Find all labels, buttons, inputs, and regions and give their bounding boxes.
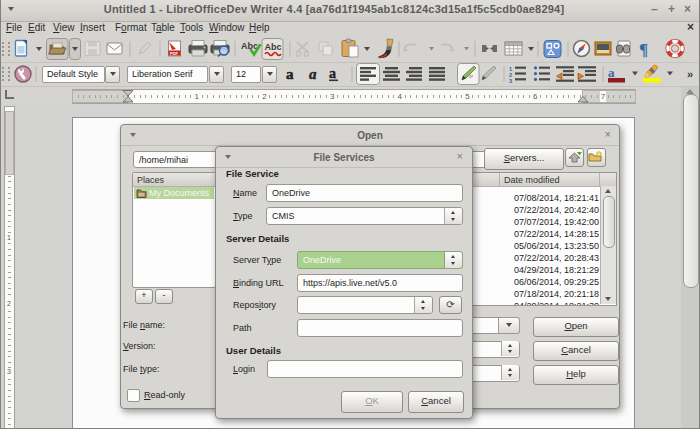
svg-text:3: 3: [509, 78, 512, 84]
svg-text:»: »: [687, 68, 693, 80]
svg-text:Abc: Abc: [265, 42, 282, 52]
svg-text:Abc: Abc: [241, 41, 258, 51]
svg-text:PDF: PDF: [170, 51, 179, 56]
svg-text:¶: ¶: [639, 40, 648, 59]
svg-text:a: a: [309, 66, 317, 82]
svg-text:a: a: [608, 65, 615, 80]
svg-text:a: a: [329, 66, 336, 81]
svg-text:a: a: [286, 66, 294, 82]
